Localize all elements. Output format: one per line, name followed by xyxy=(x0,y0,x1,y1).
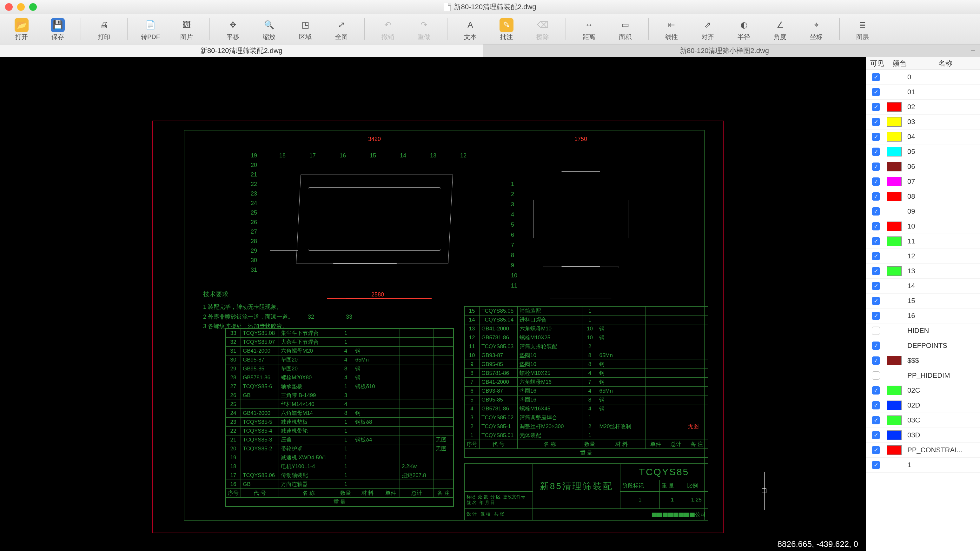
layer-color-swatch[interactable] xyxy=(887,177,902,186)
layer-row[interactable]: ✓13 xyxy=(866,264,980,279)
zoom-button[interactable]: 🔍缩放 xyxy=(254,16,284,42)
layer-color-swatch[interactable] xyxy=(887,341,902,350)
layer-row[interactable]: ✓02 xyxy=(866,100,980,115)
radius-button[interactable]: ◐半径 xyxy=(729,16,759,42)
save-button[interactable]: 💾保存 xyxy=(43,16,73,42)
layer-visibility-checkbox[interactable]: ✓ xyxy=(872,297,880,305)
layer-visibility-checkbox[interactable]: ✓ xyxy=(872,222,880,231)
layer-visibility-checkbox[interactable] xyxy=(872,371,880,380)
topdf-button[interactable]: 📄转PDF xyxy=(135,16,165,42)
layer-visibility-checkbox[interactable]: ✓ xyxy=(872,386,880,395)
layer-color-swatch[interactable] xyxy=(887,266,902,276)
layer-visibility-checkbox[interactable]: ✓ xyxy=(872,192,880,201)
layer-visibility-checkbox[interactable]: ✓ xyxy=(872,341,880,350)
area-button[interactable]: ▭面积 xyxy=(610,16,640,42)
layer-color-swatch[interactable] xyxy=(887,72,902,82)
layer-color-swatch[interactable] xyxy=(887,311,902,320)
layer-visibility-checkbox[interactable]: ✓ xyxy=(872,118,880,126)
angle-button[interactable]: ∠角度 xyxy=(765,16,795,42)
layer-color-swatch[interactable] xyxy=(887,147,902,156)
dist-button[interactable]: ↔距离 xyxy=(574,16,604,42)
layer-color-swatch[interactable] xyxy=(887,117,902,127)
layer-row[interactable]: ✓02D xyxy=(866,398,980,413)
layer-row[interactable]: ✓01 xyxy=(866,85,980,100)
layer-color-swatch[interactable] xyxy=(887,221,902,231)
layer-color-swatch[interactable] xyxy=(887,236,902,246)
layer-color-swatch[interactable] xyxy=(887,401,902,410)
add-tab-button[interactable]: + xyxy=(966,45,980,57)
layer-row[interactable]: ✓03D xyxy=(866,428,980,443)
print-button[interactable]: 🖨打印 xyxy=(89,16,119,42)
layers-button[interactable]: ≣图层 xyxy=(847,16,878,42)
layer-row[interactable]: ✓05 xyxy=(866,145,980,159)
layer-visibility-checkbox[interactable]: ✓ xyxy=(872,133,880,141)
layer-color-swatch[interactable] xyxy=(887,430,902,440)
tab-document-1[interactable]: 新80-120清理筛装配2.dwg xyxy=(0,45,483,57)
layer-color-swatch[interactable] xyxy=(887,356,902,365)
layer-color-swatch[interactable] xyxy=(887,87,902,97)
layer-visibility-checkbox[interactable]: ✓ xyxy=(872,177,880,186)
layer-row[interactable]: ✓03 xyxy=(866,115,980,129)
layer-visibility-checkbox[interactable]: ✓ xyxy=(872,446,880,454)
layer-row[interactable]: ✓04 xyxy=(866,129,980,145)
layer-row[interactable]: ✓12 xyxy=(866,249,980,264)
layer-color-swatch[interactable] xyxy=(887,162,902,171)
pan-button[interactable]: ✥平移 xyxy=(218,16,248,42)
layer-color-swatch[interactable] xyxy=(887,445,902,455)
text-button[interactable]: A文本 xyxy=(455,16,485,42)
layer-color-swatch[interactable] xyxy=(887,371,902,380)
layer-row[interactable]: HIDEN xyxy=(866,323,980,338)
layer-visibility-checkbox[interactable]: ✓ xyxy=(872,461,880,469)
layer-row[interactable]: ✓0 xyxy=(866,70,980,85)
annot-button[interactable]: ✎批注 xyxy=(491,16,522,42)
layer-visibility-checkbox[interactable]: ✓ xyxy=(872,73,880,81)
layer-visibility-checkbox[interactable]: ✓ xyxy=(872,431,880,439)
zoom-window-button[interactable] xyxy=(29,3,37,11)
open-button[interactable]: 📂打开 xyxy=(6,16,37,42)
layer-color-swatch[interactable] xyxy=(887,192,902,201)
region-button[interactable]: ◳区域 xyxy=(290,16,321,42)
layer-color-swatch[interactable] xyxy=(887,102,902,112)
layer-row[interactable]: ✓07 xyxy=(866,174,980,189)
layer-row[interactable]: ✓DEFPOINTS xyxy=(866,338,980,353)
layer-row[interactable]: ✓15 xyxy=(866,294,980,309)
layer-row[interactable]: ✓06 xyxy=(866,159,980,174)
layer-row[interactable]: ✓02C xyxy=(866,383,980,398)
align-button[interactable]: ⇗对齐 xyxy=(692,16,723,42)
layer-visibility-checkbox[interactable]: ✓ xyxy=(872,237,880,245)
layer-visibility-checkbox[interactable]: ✓ xyxy=(872,312,880,320)
layer-color-swatch[interactable] xyxy=(887,460,902,470)
coord-button[interactable]: ⌖坐标 xyxy=(801,16,832,42)
tab-document-2[interactable]: 新80-120清理筛小样图2.dwg xyxy=(483,45,966,57)
layer-row[interactable]: ✓$$$ xyxy=(866,353,980,368)
minimize-window-button[interactable] xyxy=(17,3,25,11)
layer-row[interactable]: ✓11 xyxy=(866,234,980,249)
layer-visibility-checkbox[interactable]: ✓ xyxy=(872,88,880,96)
layer-row[interactable]: ✓10 xyxy=(866,219,980,234)
linear-button[interactable]: ⇤线性 xyxy=(656,16,687,42)
layer-row[interactable]: ✓PP_CONSTRAI... xyxy=(866,443,980,458)
layer-color-swatch[interactable] xyxy=(887,252,902,261)
layer-color-swatch[interactable] xyxy=(887,281,902,291)
layer-color-swatch[interactable] xyxy=(887,416,902,425)
layer-visibility-checkbox[interactable]: ✓ xyxy=(872,148,880,156)
layer-row[interactable]: ✓14 xyxy=(866,279,980,294)
layer-list[interactable]: ✓0✓01✓02✓03✓04✓05✓06✓07✓08✓09✓10✓11✓12✓1… xyxy=(866,70,980,551)
layer-visibility-checkbox[interactable]: ✓ xyxy=(872,252,880,260)
layer-row[interactable]: ✓08 xyxy=(866,189,980,204)
layer-visibility-checkbox[interactable]: ✓ xyxy=(872,162,880,171)
layer-visibility-checkbox[interactable]: ✓ xyxy=(872,267,880,275)
layer-color-swatch[interactable] xyxy=(887,385,902,395)
layer-color-swatch[interactable] xyxy=(887,296,902,306)
layer-visibility-checkbox[interactable]: ✓ xyxy=(872,416,880,424)
layer-row[interactable]: ✓03C xyxy=(866,413,980,428)
layer-visibility-checkbox[interactable]: ✓ xyxy=(872,103,880,111)
layer-row[interactable]: ✓1 xyxy=(866,458,980,473)
drawing-canvas[interactable]: 3420 1750 2580 1920212223242526272829303… xyxy=(0,57,866,551)
layer-color-swatch[interactable] xyxy=(887,326,902,336)
layer-visibility-checkbox[interactable] xyxy=(872,326,880,335)
image-button[interactable]: 🖼图片 xyxy=(171,16,202,42)
layer-visibility-checkbox[interactable]: ✓ xyxy=(872,282,880,290)
full-button[interactable]: ⤢全图 xyxy=(326,16,357,42)
layer-visibility-checkbox[interactable]: ✓ xyxy=(872,401,880,409)
